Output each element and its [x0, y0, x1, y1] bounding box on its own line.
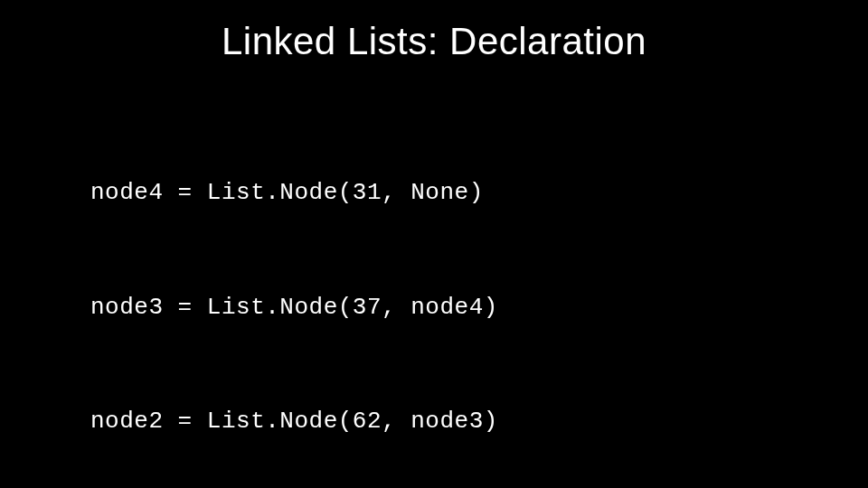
slide-title: Linked Lists: Declaration: [0, 20, 868, 63]
code-block: node4 = List.Node(31, None) node3 = List…: [0, 98, 868, 488]
code-line: node2 = List.Node(62, node3): [90, 402, 868, 440]
code-line: node3 = List.Node(37, node4): [90, 288, 868, 326]
slide-container: Linked Lists: Declaration node4 = List.N…: [0, 0, 868, 488]
code-line: node4 = List.Node(31, None): [90, 174, 868, 211]
